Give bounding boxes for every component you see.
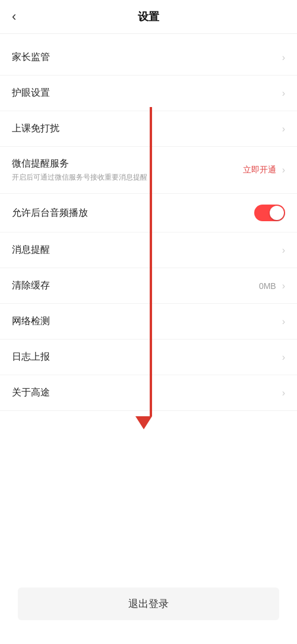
chevron-icon: › [282, 52, 285, 63]
settings-item-class-no-disturb[interactable]: 上课免打扰 › [0, 111, 297, 147]
back-button[interactable]: ‹ [12, 10, 16, 23]
logout-area: 退出登录 [0, 576, 297, 644]
chevron-icon: › [282, 281, 285, 291]
chevron-icon: › [282, 124, 285, 134]
item-label-notifications: 消息提醒 [12, 244, 280, 256]
item-label-class-no-disturb: 上课免打扰 [12, 122, 280, 135]
settings-item-notifications[interactable]: 消息提醒 › [0, 233, 297, 268]
page-title: 设置 [138, 10, 159, 24]
arrow-head [135, 416, 152, 429]
settings-item-about[interactable]: 关于高途 › [0, 375, 297, 411]
wechat-action-link[interactable]: 立即开通 [243, 165, 276, 175]
item-label-bg-audio: 允许后台音频播放 [12, 207, 254, 219]
bg-audio-toggle[interactable] [254, 205, 285, 221]
chevron-icon: › [282, 352, 285, 363]
chevron-icon: › [282, 165, 285, 175]
item-label-wechat-reminder: 微信提醒服务 [12, 158, 243, 170]
settings-item-wechat-reminder[interactable]: 微信提醒服务 开启后可通过微信服务号接收重要消息提醒 立即开通 › [0, 147, 297, 194]
settings-item-log-report[interactable]: 日志上报 › [0, 340, 297, 375]
chevron-icon: › [282, 88, 285, 99]
item-label-parental-control: 家长监管 [12, 51, 280, 64]
settings-item-bg-audio[interactable]: 允许后台音频播放 [0, 194, 297, 233]
item-label-about: 关于高途 [12, 387, 280, 399]
item-label-log-report: 日志上报 [12, 351, 280, 363]
logout-button[interactable]: 退出登录 [18, 588, 279, 620]
settings-item-parental-control[interactable]: 家长监管 › [0, 40, 297, 76]
settings-list: 家长监管 › 护眼设置 › 上课免打扰 › 微信提醒服务 开启后可通过微信服务号… [0, 40, 297, 411]
chevron-icon: › [282, 388, 285, 398]
toggle-knob [270, 206, 284, 220]
cache-value: 0MB [259, 281, 276, 291]
settings-item-network-check[interactable]: 网络检测 › [0, 304, 297, 340]
chevron-icon: › [282, 316, 285, 327]
item-sub-wechat-reminder: 开启后可通过微信服务号接收重要消息提醒 [12, 172, 243, 183]
item-label-network-check: 网络检测 [12, 315, 280, 328]
header: ‹ 设置 [0, 0, 297, 34]
item-label-eye-protection: 护眼设置 [12, 87, 280, 99]
settings-item-eye-protection[interactable]: 护眼设置 › [0, 76, 297, 111]
settings-item-clear-cache[interactable]: 清除缓存 0MB › [0, 268, 297, 304]
item-label-clear-cache: 清除缓存 [12, 279, 259, 292]
chevron-icon: › [282, 245, 285, 256]
